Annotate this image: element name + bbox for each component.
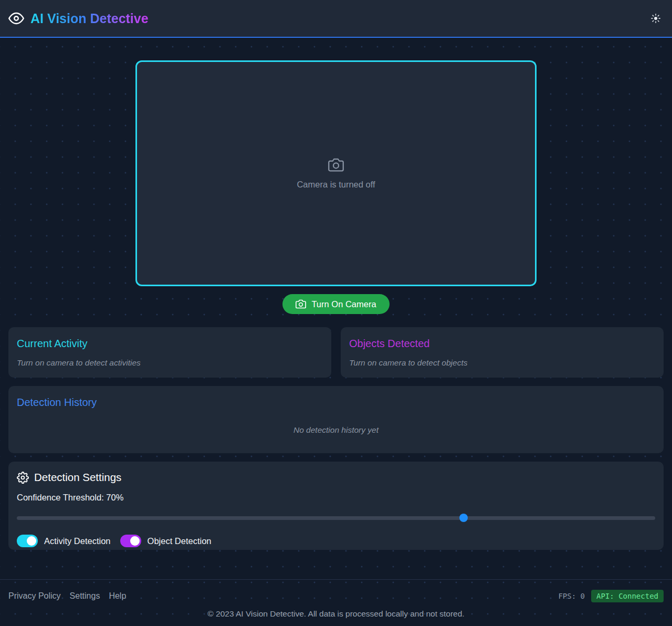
current-activity-title: Current Activity xyxy=(17,337,323,350)
theme-toggle-button[interactable] xyxy=(649,12,663,25)
footer-links: Privacy Policy Settings Help xyxy=(8,591,126,601)
current-activity-card: Current Activity Turn on camera to detec… xyxy=(8,327,331,378)
main-content: Camera is turned off Turn On Camera Curr… xyxy=(0,60,672,550)
gear-icon xyxy=(17,472,29,484)
detection-history-title: Detection History xyxy=(17,395,655,409)
turn-on-camera-label: Turn On Camera xyxy=(311,299,376,309)
camera-status-text: Camera is turned off xyxy=(297,180,375,190)
eye-icon xyxy=(8,11,24,26)
footer-link-settings[interactable]: Settings xyxy=(70,591,100,601)
current-activity-placeholder: Turn on camera to detect activities xyxy=(17,358,323,368)
detection-history-card: Detection History No detection history y… xyxy=(8,386,664,453)
confidence-threshold-label: Confidence Threshold: 70% xyxy=(17,493,655,503)
objects-detected-title: Objects Detected xyxy=(349,337,655,350)
object-detection-label: Object Detection xyxy=(148,536,212,546)
toggle-knob xyxy=(27,536,36,546)
toggle-knob xyxy=(130,536,140,546)
camera-icon xyxy=(328,157,344,173)
fps-counter: FPS: 0 xyxy=(558,592,585,600)
objects-detected-placeholder: Turn on camera to detect objects xyxy=(349,358,655,368)
camera-viewport: Camera is turned off xyxy=(135,60,537,286)
camera-icon xyxy=(296,299,306,309)
footer-link-help[interactable]: Help xyxy=(109,591,126,601)
detection-settings-title: Detection Settings xyxy=(34,471,121,484)
api-status-badge: API: Connected xyxy=(591,590,664,602)
app-header: AI Vision Detective xyxy=(0,0,672,38)
footer-link-privacy-policy[interactable]: Privacy Policy xyxy=(8,591,61,601)
confidence-slider[interactable] xyxy=(17,514,655,522)
app-footer: Privacy Policy Settings Help FPS: 0 API:… xyxy=(0,579,672,619)
confidence-slider-thumb[interactable] xyxy=(459,514,468,522)
sun-icon xyxy=(651,14,660,23)
confidence-slider-track xyxy=(17,516,655,520)
turn-on-camera-button[interactable]: Turn On Camera xyxy=(282,294,389,314)
detection-history-empty-text: No detection history yet xyxy=(17,409,655,435)
copyright-text: © 2023 AI Vision Detective. All data is … xyxy=(8,609,664,619)
app-title: AI Vision Detective xyxy=(30,11,149,26)
activity-detection-label: Activity Detection xyxy=(44,536,111,546)
objects-detected-card: Objects Detected Turn on camera to detec… xyxy=(341,327,664,378)
object-detection-toggle[interactable] xyxy=(120,535,141,547)
detection-settings-card: Detection Settings Confidence Threshold:… xyxy=(8,462,664,550)
activity-detection-toggle[interactable] xyxy=(17,535,38,547)
